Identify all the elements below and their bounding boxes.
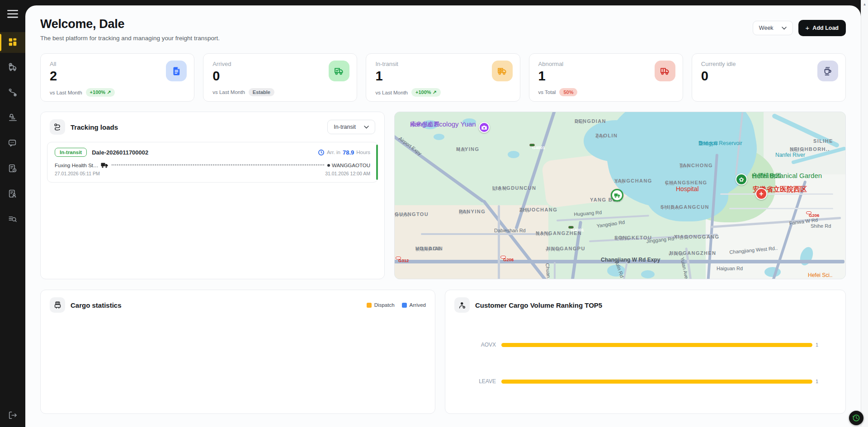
status-badge: Estable <box>249 88 274 96</box>
chevron-down-icon <box>364 126 369 129</box>
truck-alert-icon <box>655 61 675 81</box>
ranking-value: 1 <box>816 342 818 347</box>
ranking-category: AOVX <box>445 342 496 348</box>
truck-clock-icon <box>8 62 18 74</box>
tracking-route-icon <box>50 119 65 135</box>
map-marker-truck[interactable] <box>611 189 623 202</box>
map-road <box>729 208 833 209</box>
period-value: Week <box>759 25 774 31</box>
map-road <box>554 262 556 279</box>
menu-icon[interactable] <box>5 7 20 22</box>
sidebar <box>0 0 25 427</box>
ranking-bar <box>501 343 812 347</box>
route-icon <box>8 88 18 99</box>
chat-icon <box>8 138 18 150</box>
truck-check-icon <box>329 61 349 81</box>
list-search-icon <box>8 214 18 225</box>
bottom-row: Cargo statistics Dispatch Arrived Custom… <box>40 290 846 414</box>
map-pond <box>508 151 519 158</box>
map-marker-cross[interactable]: + <box>755 188 767 200</box>
map-marker-camera[interactable] <box>479 122 490 133</box>
sidebar-item-alerts[interactable] <box>0 108 25 129</box>
scroll-up-arrow[interactable]: ▲ <box>861 2 868 6</box>
stat-card-in-transit[interactable]: In-transit 1 vs Last Month+100% ↗ <box>366 53 520 102</box>
stat-card-all[interactable]: All 2 vs Last Month+100% ↗ <box>40 53 194 102</box>
cargo-statistics-panel: Cargo statistics Dispatch Arrived <box>40 290 435 414</box>
map-road <box>498 205 500 279</box>
ranking-value: 1 <box>816 379 818 384</box>
clock-icon <box>318 149 325 156</box>
truck-clock-icon <box>492 61 513 81</box>
load-card[interactable]: In-transit Dale-2026011700002 Arr. in 78… <box>47 142 378 183</box>
map-reservoir <box>584 120 648 162</box>
page-subtitle: The best platform for tracking and manag… <box>40 35 220 42</box>
route-end-dot <box>327 164 330 167</box>
cargo-chart-area <box>48 315 428 408</box>
map-label: G206 <box>500 256 506 258</box>
document-icon <box>166 61 187 81</box>
app-root: Welcome, Dale The best platform for trac… <box>0 0 868 427</box>
coffee-cup-icon <box>817 61 838 81</box>
map[interactable]: Kanglai Ecology Yuan康来生态园DENGDIAN邓店ZAOLI… <box>394 112 846 279</box>
panel-title: Cargo statistics <box>71 301 122 309</box>
chart-legend: Dispatch Arrived <box>367 302 426 308</box>
ranking-panel: Customer Cargo Volume Ranking TOP5 AOVX1… <box>445 290 846 414</box>
sidebar-item-audit[interactable] <box>0 209 25 230</box>
map-label: G4001 <box>529 144 535 146</box>
status-badge: +100% ↗ <box>411 88 441 97</box>
dashboard-icon <box>8 37 18 48</box>
sidebar-item-customers[interactable] <box>0 184 25 205</box>
cargo-truck-icon <box>50 297 65 313</box>
load-origin: Fuxing Health Sta... <box>55 163 99 168</box>
legend-swatch-arrived <box>402 303 407 308</box>
status-badge: +100% ↗ <box>86 88 115 97</box>
map-marker-flower[interactable]: ✿ <box>736 174 747 185</box>
sidebar-item-messages[interactable] <box>0 133 25 154</box>
tracking-loads-panel: Tracking loads In-transit In-transit Dal… <box>40 112 385 279</box>
plus-icon: + <box>806 26 810 30</box>
map-pond <box>641 270 655 278</box>
load-depart-time: 27.01.2026 05:11 PM <box>55 171 100 176</box>
truck-icon <box>101 162 108 168</box>
page-header: Welcome, Dale The best platform for trac… <box>40 17 846 42</box>
map-label: G206 <box>806 211 811 214</box>
stat-card-idle[interactable]: Currently idle 0 <box>692 53 846 102</box>
main-content: Welcome, Dale The best platform for trac… <box>25 5 861 427</box>
document-clock-icon <box>8 164 18 175</box>
ranking-row: AOVX1 <box>445 342 837 348</box>
sidebar-item-loads[interactable] <box>0 57 25 78</box>
page-title: Welcome, Dale <box>40 17 220 31</box>
vertical-scrollbar[interactable]: ▲ <box>861 0 868 427</box>
add-load-button[interactable]: + Add Load <box>798 20 846 36</box>
legend-swatch-dispatch <box>367 303 372 308</box>
map-road <box>557 215 649 221</box>
period-select[interactable]: Week <box>753 21 793 35</box>
stats-row: All 2 vs Last Month+100% ↗ Arrived 0 vs … <box>40 53 846 102</box>
ranking-row: LEAVE1 <box>445 378 837 385</box>
chevron-down-icon <box>782 27 787 30</box>
map-road <box>421 233 536 235</box>
tracking-filter-select[interactable]: In-transit <box>327 120 375 134</box>
middle-row: Tracking loads In-transit In-transit Dal… <box>40 112 846 279</box>
map-label: G312 <box>396 257 401 259</box>
history-restore-button[interactable] <box>849 411 863 425</box>
stat-card-arrived[interactable]: Arrived 0 vs Last MonthEstable <box>203 53 357 102</box>
sidebar-item-orders[interactable] <box>0 159 25 179</box>
stat-card-abnormal[interactable]: Abnormal 1 vs Total50% <box>529 53 683 102</box>
route-dotted-line <box>112 164 324 165</box>
load-destination: WANGGAOTOU <box>332 163 370 168</box>
alerts-chart-icon <box>8 113 18 124</box>
load-eta: Arr. in 78.9 Hours <box>318 149 370 156</box>
load-status-badge: In-transit <box>55 148 87 157</box>
sidebar-item-routes[interactable] <box>0 83 25 103</box>
logout-icon[interactable] <box>0 410 25 421</box>
ranking-category: LEAVE <box>445 378 496 385</box>
load-id: Dale-2026011700002 <box>92 149 148 156</box>
map-pond <box>434 134 444 140</box>
document-person-icon <box>8 189 18 200</box>
sidebar-item-dashboard[interactable] <box>0 32 25 53</box>
map-label: G4001 <box>568 226 574 229</box>
load-arrive-time: 31.01.2026 12:00 AM <box>325 171 370 176</box>
panel-title: Tracking loads <box>71 123 118 131</box>
status-badge: 50% <box>559 88 577 96</box>
